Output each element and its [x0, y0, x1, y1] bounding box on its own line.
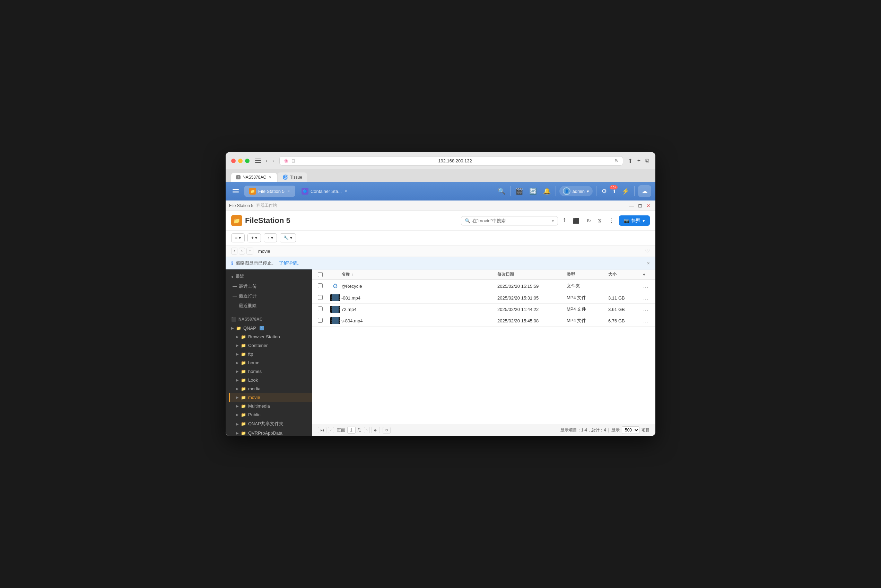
sidebar-toggle-button[interactable]: [254, 157, 262, 164]
col-date-header[interactable]: 修改日期: [497, 272, 567, 278]
film-button[interactable]: 🎬: [514, 186, 525, 196]
row2-checkbox[interactable]: [318, 295, 323, 300]
info-button[interactable]: ℹ 10+: [612, 186, 617, 196]
row3-checkbox[interactable]: [318, 306, 323, 311]
download-action-button[interactable]: ⬛: [570, 216, 582, 225]
tools-button[interactable]: 🔧 ▾: [280, 233, 296, 242]
info-close-button[interactable]: ×: [647, 260, 650, 266]
sidebar-item-multimedia[interactable]: ▶ 📁 Multimedia: [229, 402, 312, 410]
upload-button[interactable]: ↑ ▾: [264, 233, 277, 242]
share-button[interactable]: ⬆: [627, 157, 633, 165]
sidebar-item-homes[interactable]: ▶ 📁 homes: [229, 367, 312, 376]
nas-tab-filestation[interactable]: 📁 File Station 5 ×: [244, 186, 295, 197]
row2-actions[interactable]: …: [643, 295, 650, 301]
nas-tab-container[interactable]: 🔷 Container Sta... ×: [297, 186, 352, 197]
close-window-button[interactable]: [231, 159, 236, 163]
back-button[interactable]: ‹: [265, 157, 269, 164]
table-row[interactable]: 72.mp4 2025/02/20 11:44:22 MP4 文件 3.61 G…: [312, 304, 655, 315]
sidebar-item-recent-upload[interactable]: — 最近上传: [226, 282, 312, 291]
view-toggle-button[interactable]: ≡ ▾: [231, 233, 245, 242]
sidebar-item-look[interactable]: ▶ 📁 Look: [229, 376, 312, 384]
col-checkbox: [318, 272, 329, 278]
sidebar-qnap-header[interactable]: ▶ 📁 QNAP ↑: [226, 324, 312, 333]
nas-tab1-close-button[interactable]: ×: [287, 189, 290, 194]
select-all-checkbox[interactable]: [318, 272, 323, 277]
row-checkbox-1[interactable]: [318, 283, 329, 289]
sidebar-item-container[interactable]: ▶ 📁 Container: [229, 341, 312, 350]
bell-button[interactable]: 🔔: [542, 186, 552, 196]
tab1-close-button[interactable]: ×: [268, 175, 272, 180]
sidebar-item-qvrproappdata[interactable]: ▶ 📁 QVRProAppData: [229, 429, 312, 436]
row-checkbox-3[interactable]: [318, 306, 329, 312]
next-page-button[interactable]: ›: [364, 427, 370, 433]
upload-action-button[interactable]: ⤴: [561, 216, 568, 225]
sidebar-item-recent-delete[interactable]: — 最近删除: [226, 301, 312, 310]
fs-search-input[interactable]: [472, 218, 550, 224]
col-size-header[interactable]: 大小: [608, 272, 643, 278]
table-row[interactable]: ♻ @Recycle 2025/02/20 15:15:59 文件夹 …: [312, 280, 655, 292]
row4-checkbox[interactable]: [318, 318, 323, 323]
chevron-icon5: ▶: [236, 361, 239, 364]
forward-button[interactable]: ›: [271, 157, 275, 164]
row4-actions[interactable]: …: [643, 318, 650, 324]
table-row[interactable]: s-804.mp4 2025/02/20 15:45:08 MP4 文件 6.7…: [312, 315, 655, 327]
sidebar-item-media[interactable]: ▶ 📁 media: [229, 384, 312, 393]
sidebar-item-ftp[interactable]: ▶ 📁 ftp: [229, 350, 312, 358]
nav-up-button[interactable]: ↑: [247, 248, 253, 255]
chevron-icon2: ▶: [236, 335, 239, 339]
maximize-window-button[interactable]: [245, 159, 250, 163]
row1-actions[interactable]: …: [643, 283, 650, 289]
info-detail-link[interactable]: 了解详情。: [279, 260, 302, 266]
search-dropdown-icon[interactable]: ▾: [552, 218, 554, 224]
footer-nav-next: › ⏭: [364, 427, 380, 433]
col-type-header[interactable]: 类型: [567, 272, 608, 278]
sidebar-item-qnap-share[interactable]: ▶ 📁 QNAP共享文件夹: [229, 419, 312, 429]
row-checkbox-4[interactable]: [318, 318, 329, 324]
row3-actions[interactable]: …: [643, 306, 650, 312]
refresh-button[interactable]: 🔄: [528, 186, 538, 196]
sidebar-item-home[interactable]: ▶ 📁 home: [229, 358, 312, 367]
table-row[interactable]: -081.mp4 2025/02/20 15:31:05 MP4 文件 3.11…: [312, 292, 655, 304]
nas-user-menu[interactable]: 👤 admin ▾: [559, 186, 592, 196]
favorite-button[interactable]: ♡: [645, 248, 650, 255]
row-checkbox-2[interactable]: [318, 295, 329, 301]
sidebar-item-public[interactable]: ▶ 📁 Public: [229, 410, 312, 419]
nav-forward-button[interactable]: ›: [239, 248, 245, 255]
add-col-icon[interactable]: +: [643, 272, 645, 277]
row1-checkbox[interactable]: [318, 283, 323, 288]
last-page-button[interactable]: ⏭: [371, 427, 380, 433]
search-button[interactable]: 🔍: [496, 186, 507, 196]
sidebar-item-recent-open[interactable]: — 最近打开: [226, 291, 312, 301]
prev-page-button[interactable]: ‹: [328, 427, 334, 433]
reload-button[interactable]: ↻: [615, 158, 619, 164]
nav-back-button[interactable]: ‹: [231, 248, 238, 255]
display-count-select[interactable]: 500 100 50: [622, 426, 639, 434]
browser-tab-nas[interactable]: 1 NAS5878AC ×: [231, 173, 277, 182]
nas-menu-button[interactable]: [230, 188, 242, 195]
cloud-button[interactable]: ☁: [638, 185, 651, 197]
new-tab-button[interactable]: +: [637, 157, 641, 165]
fs-close-button[interactable]: ✕: [645, 203, 652, 208]
sidebar-group-qnap[interactable]: ▶ 📁 QNAP ↑ ▶ 📁 Browser Station: [226, 324, 312, 436]
browser-tab-tissue[interactable]: 🌀 Tissue: [278, 172, 307, 182]
more-action-button[interactable]: ⋮: [606, 216, 616, 225]
minimize-window-button[interactable]: [238, 159, 243, 163]
reload-action-button[interactable]: ↻: [584, 216, 593, 225]
first-page-button[interactable]: ⏮: [318, 427, 326, 433]
qnap-share-folder-icon: 📁: [241, 422, 246, 426]
copy-button[interactable]: ⧉: [645, 157, 650, 165]
performance-button[interactable]: ⚡: [620, 186, 631, 196]
sidebar-item-movie[interactable]: ▶ 📁 movie: [229, 393, 312, 402]
container-label: Container: [248, 343, 268, 348]
nas-tab2-close-button[interactable]: ×: [344, 189, 347, 194]
settings-button[interactable]: ⚙: [600, 186, 608, 196]
filter-action-button[interactable]: ⧖: [596, 216, 604, 225]
col-name-header[interactable]: 名称 ↑: [341, 272, 497, 278]
refresh-list-button[interactable]: ↻: [383, 427, 391, 434]
fs-maximize-button[interactable]: ⊡: [637, 203, 643, 208]
fs-minimize-button[interactable]: —: [628, 203, 635, 208]
snapshot-button[interactable]: 📷 快照 ▾: [619, 215, 650, 226]
new-item-button[interactable]: + ▾: [248, 233, 261, 242]
url-input[interactable]: [298, 158, 612, 164]
sidebar-item-browser-station[interactable]: ▶ 📁 Browser Station: [229, 333, 312, 341]
